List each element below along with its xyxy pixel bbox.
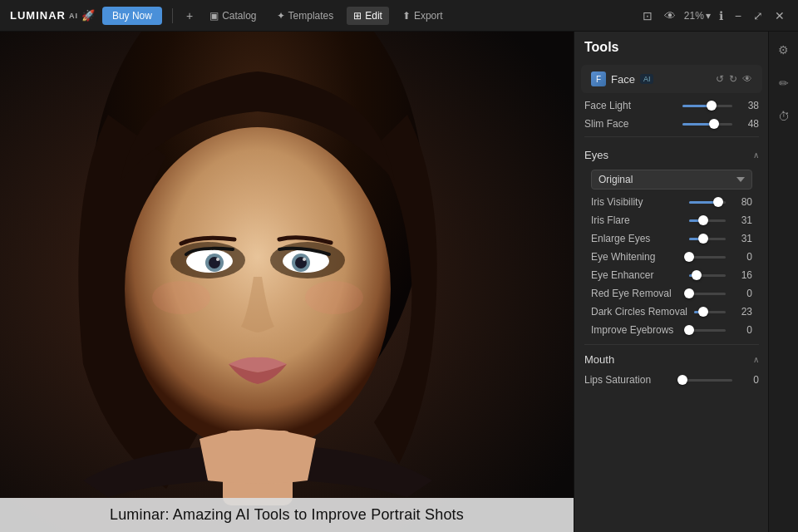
export-icon: ⬆ [402, 10, 411, 22]
face-light-slider[interactable] [682, 105, 732, 107]
info-icon[interactable]: ℹ [716, 7, 727, 24]
eye-enhancer-row: Eye Enhancer 16 [581, 266, 762, 284]
dark-circles-removal-label: Dark Circles Removal [591, 306, 687, 318]
enlarge-eyes-label: Enlarge Eyes [591, 233, 682, 244]
mouth-label: Mouth [584, 353, 614, 366]
iris-flare-label: Iris Flare [591, 214, 682, 226]
export-nav[interactable]: ⬆ Export [396, 7, 450, 25]
dark-circles-removal-thumb[interactable] [698, 307, 708, 317]
iris-visibility-thumb[interactable] [713, 197, 723, 207]
lips-saturation-row: Lips Saturation 0 [574, 371, 769, 389]
enlarge-eyes-slider[interactable] [689, 238, 726, 240]
caption-bar: Luminar: Amazing AI Tools to Improve Por… [0, 498, 574, 532]
improve-eyebrows-value: 0 [732, 324, 752, 336]
slim-face-value: 48 [739, 118, 759, 130]
eye-whitening-thumb[interactable] [684, 252, 694, 262]
svg-point-13 [303, 258, 306, 261]
eyes-dropdown-row: Original Vivid Natural [581, 166, 762, 193]
red-eye-removal-slider[interactable] [689, 293, 726, 295]
edit-nav[interactable]: ⊞ Edit [347, 7, 389, 25]
close-icon[interactable]: ✕ [771, 7, 788, 24]
add-button[interactable]: + [183, 7, 196, 24]
face-header-left: F Face AI [591, 71, 653, 86]
iris-visibility-label: Iris Visibility [591, 196, 682, 208]
main-area: Luminar: Amazing AI Tools to Improve Por… [0, 32, 798, 532]
minimize-icon[interactable]: − [732, 7, 745, 24]
zoom-control[interactable]: 21% ▾ [684, 10, 711, 22]
photo-area: Luminar: Amazing AI Tools to Improve Por… [0, 32, 574, 532]
eyes-label: Eyes [584, 149, 608, 161]
divider-1 [172, 8, 173, 23]
lips-saturation-slider[interactable] [682, 379, 732, 382]
undo-icon[interactable]: ↺ [716, 73, 724, 85]
dark-circles-removal-row: Dark Circles Removal 23 [581, 303, 762, 321]
brush-tool-icon[interactable]: ✏ [776, 73, 792, 93]
mouth-subsection-header[interactable]: Mouth ∧ [574, 348, 769, 371]
rocket-icon: 🚀 [81, 9, 96, 22]
catalog-nav[interactable]: ▣ Catalog [203, 7, 263, 25]
face-light-thumb[interactable] [707, 101, 717, 111]
preview-icon[interactable]: 👁 [661, 7, 679, 24]
history-icon[interactable]: ⏱ [775, 106, 793, 126]
buy-button[interactable]: Buy Now [102, 7, 162, 25]
catalog-label: Catalog [222, 10, 256, 22]
iris-visibility-value: 80 [732, 196, 752, 208]
face-light-value: 38 [739, 100, 759, 111]
catalog-icon: ▣ [209, 10, 219, 22]
iris-flare-thumb[interactable] [698, 215, 708, 225]
eyes-subsection-header[interactable]: Eyes ∧ [581, 144, 762, 166]
slim-face-thumb[interactable] [709, 119, 719, 129]
svg-point-15 [305, 281, 363, 314]
iris-flare-slider[interactable] [689, 219, 726, 222]
eye-whitening-label: Eye Whitening [591, 251, 682, 263]
visibility-icon[interactable]: 👁 [742, 73, 752, 85]
templates-nav[interactable]: ✦ Templates [270, 7, 341, 25]
ai-badge: AI [69, 12, 78, 20]
improve-eyebrows-thumb[interactable] [684, 325, 694, 335]
enlarge-eyes-thumb[interactable] [698, 234, 708, 244]
grid-icon[interactable]: ⊡ [639, 7, 656, 24]
dark-circles-removal-slider[interactable] [694, 311, 726, 313]
slim-face-slider[interactable] [682, 123, 732, 126]
maximize-icon[interactable]: ⤢ [750, 7, 766, 24]
face-section-header[interactable]: F Face AI ↺ ↻ 👁 [581, 65, 762, 93]
svg-point-9 [216, 258, 219, 261]
caption-text: Luminar: Amazing AI Tools to Improve Por… [110, 506, 464, 523]
face-ai-badge: AI [640, 74, 654, 84]
app-logo: LUMINAR AI 🚀 [10, 9, 96, 22]
divider-face-eyes [584, 136, 759, 137]
settings-icon[interactable]: ⚙ [775, 40, 792, 60]
slim-face-label: Slim Face [584, 118, 676, 130]
face-section-icon: F [591, 71, 606, 86]
mouth-section: Mouth ∧ Lips Saturation 0 [574, 348, 769, 389]
side-icons-panel: ⚙ ✏ ⏱ [768, 32, 798, 532]
improve-eyebrows-label: Improve Eyebrows [591, 324, 682, 336]
red-eye-removal-thumb[interactable] [684, 288, 694, 298]
titlebar: LUMINAR AI 🚀 Buy Now + ▣ Catalog ✦ Templ… [0, 0, 798, 32]
edit-label: Edit [365, 10, 382, 22]
reset-icon[interactable]: ↻ [729, 73, 737, 85]
eye-enhancer-label: Eye Enhancer [591, 269, 682, 281]
edit-icon: ⊞ [353, 10, 362, 22]
lips-saturation-thumb[interactable] [677, 375, 687, 385]
face-section-label: Face [611, 73, 635, 86]
face-section-controls: ↺ ↻ 👁 [716, 73, 752, 85]
iris-visibility-row: Iris Visibility 80 [581, 193, 762, 211]
eyes-dropdown[interactable]: Original Vivid Natural [591, 170, 752, 190]
dark-circles-removal-value: 23 [732, 306, 752, 318]
toolbar-right: ⊡ 👁 21% ▾ ℹ − ⤢ ✕ [639, 7, 788, 24]
eye-enhancer-slider[interactable] [689, 274, 726, 277]
zoom-chevron: ▾ [706, 10, 711, 22]
red-eye-removal-label: Red Eye Removal [591, 288, 682, 299]
divider-eyes-mouth [584, 344, 759, 345]
logo-name: LUMINAR [10, 9, 66, 22]
portrait-container: Luminar: Amazing AI Tools to Improve Por… [0, 32, 574, 532]
mouth-chevron-icon: ∧ [753, 355, 759, 364]
eye-enhancer-thumb[interactable] [692, 270, 702, 280]
iris-visibility-slider[interactable] [689, 201, 726, 204]
panel-title: Tools [574, 40, 769, 62]
improve-eyebrows-slider[interactable] [689, 329, 726, 332]
improve-eyebrows-row: Improve Eyebrows 0 [581, 321, 762, 339]
eye-enhancer-value: 16 [732, 269, 752, 281]
eye-whitening-slider[interactable] [689, 256, 726, 259]
